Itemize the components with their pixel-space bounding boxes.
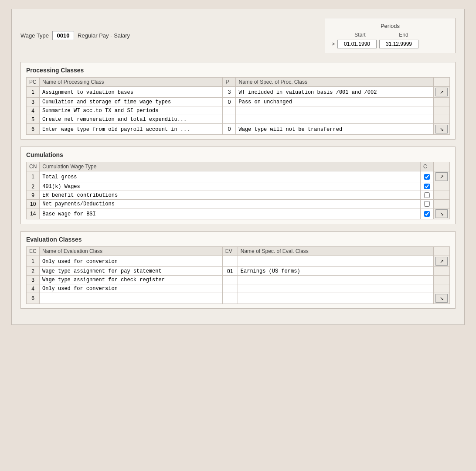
ev-row: 3 (27, 276, 450, 284)
cum-action-cell (434, 200, 450, 208)
cum-checkbox[interactable] (424, 174, 430, 180)
ev-spec-input[interactable] (240, 286, 432, 292)
ev-name-cell[interactable] (40, 293, 223, 304)
ev-spec-cell[interactable] (238, 267, 433, 276)
cum-name-input[interactable] (41, 201, 418, 207)
cumulations-table: CN Cumulation Wage Type C 1 ↗ 2 9 10 14 … (26, 162, 450, 219)
cum-name-input[interactable] (41, 174, 418, 180)
ev-spec-cell[interactable] (238, 276, 433, 284)
pc-spec-input[interactable] (238, 126, 432, 133)
pc-spec-cell[interactable] (236, 124, 434, 135)
th-ev-action (434, 247, 450, 256)
ev-spec-input[interactable] (240, 277, 432, 283)
pc-spec-input[interactable] (238, 116, 432, 123)
pc-name-input[interactable] (41, 116, 221, 123)
th-cum-action (434, 162, 450, 171)
periods-box: Periods Start End > (325, 18, 456, 53)
ev-name-input[interactable] (41, 286, 221, 292)
cum-number: 10 (27, 200, 40, 208)
pc-name-input[interactable] (41, 99, 221, 105)
periods-row: > (332, 40, 449, 48)
ev-spec-cell[interactable] (238, 256, 433, 267)
pc-row: 3 0 (27, 98, 450, 106)
cum-name-cell[interactable] (40, 191, 421, 200)
pc-p-cell (223, 115, 236, 124)
cum-name-cell[interactable] (40, 200, 421, 208)
cum-name-cell[interactable] (40, 171, 421, 182)
pc-name-cell[interactable] (40, 87, 223, 98)
ev-name-input[interactable] (41, 259, 221, 265)
cum-name-input[interactable] (41, 211, 418, 217)
ev-spec-cell[interactable] (238, 284, 433, 293)
pc-spec-input[interactable] (238, 108, 432, 114)
cum-down-btn[interactable]: ↘ (435, 209, 448, 218)
cum-checkbox[interactable] (424, 201, 430, 207)
evaluation-classes-title: Evaluation Classes (26, 236, 450, 243)
pc-spec-cell[interactable] (236, 115, 434, 124)
ev-spec-input[interactable] (240, 259, 432, 265)
ev-ev-cell: 01 (222, 267, 238, 276)
cum-action-cell (434, 182, 450, 191)
period-end-input[interactable] (379, 40, 418, 48)
pc-name-input[interactable] (41, 108, 221, 114)
cum-name-cell[interactable] (40, 182, 421, 191)
cum-name-input[interactable] (41, 184, 418, 190)
th-action (434, 78, 450, 87)
cum-row: 1 ↗ (27, 171, 450, 182)
ev-spec-input[interactable] (240, 296, 432, 302)
ev-name-cell[interactable] (40, 284, 223, 293)
ev-row: 4 (27, 284, 450, 293)
wage-type-code: 0010 (52, 31, 74, 40)
pc-spec-cell[interactable] (236, 98, 434, 106)
processing-classes-title: Processing Classes (26, 67, 450, 74)
ev-down-btn[interactable]: ↘ (435, 294, 448, 303)
ev-name-input[interactable] (41, 296, 221, 302)
ev-name-input[interactable] (41, 277, 221, 283)
pc-spec-cell[interactable] (236, 106, 434, 115)
th-pc-name: Name of Processing Class (40, 78, 223, 87)
cum-c-cell[interactable] (421, 208, 434, 219)
cum-up-btn[interactable]: ↗ (435, 172, 448, 181)
th-pc: PC (27, 78, 40, 87)
ev-name-input[interactable] (41, 268, 221, 274)
th-cn: CN (27, 162, 40, 171)
pc-name-input[interactable] (41, 126, 221, 133)
periods-arrow[interactable]: > (332, 41, 335, 47)
pc-spec-cell[interactable] (236, 87, 434, 98)
pc-name-cell[interactable] (40, 98, 223, 106)
cum-name-cell[interactable] (40, 208, 421, 219)
cum-c-cell[interactable] (421, 191, 434, 200)
pc-name-cell[interactable] (40, 115, 223, 124)
period-start-input[interactable] (337, 40, 377, 48)
pc-number: 4 (27, 106, 40, 115)
cum-c-cell[interactable] (421, 171, 434, 182)
ev-ev-cell (222, 276, 238, 284)
cum-name-input[interactable] (41, 192, 418, 198)
cumulations-title: Cumulations (26, 151, 450, 158)
ev-ev-cell (222, 256, 238, 267)
ev-name-cell[interactable] (40, 267, 223, 276)
ev-up-btn[interactable]: ↗ (435, 257, 448, 266)
pc-name-cell[interactable] (40, 106, 223, 115)
cum-row: 9 (27, 191, 450, 200)
ev-spec-cell[interactable] (238, 293, 433, 304)
cum-c-cell[interactable] (421, 200, 434, 208)
pc-name-cell[interactable] (40, 124, 223, 135)
pc-down-btn[interactable]: ↘ (435, 125, 448, 133)
cum-checkbox[interactable] (424, 211, 430, 217)
cum-checkbox[interactable] (424, 192, 430, 198)
cum-c-cell[interactable] (421, 182, 434, 191)
ev-name-cell[interactable] (40, 256, 223, 267)
pc-spec-input[interactable] (238, 89, 432, 96)
th-c: C (421, 162, 434, 171)
cum-row: 10 (27, 200, 450, 208)
evaluation-classes-table: EC Name of Evaluation Class EV Name of S… (26, 246, 450, 304)
pc-spec-input[interactable] (238, 99, 432, 105)
pc-action-cell (434, 106, 450, 115)
ev-spec-input[interactable] (240, 268, 432, 274)
ev-name-cell[interactable] (40, 276, 223, 284)
pc-up-btn[interactable]: ↗ (435, 88, 448, 96)
ev-ev-cell (222, 293, 238, 304)
cum-checkbox[interactable] (424, 184, 430, 189)
pc-name-input[interactable] (41, 89, 221, 96)
